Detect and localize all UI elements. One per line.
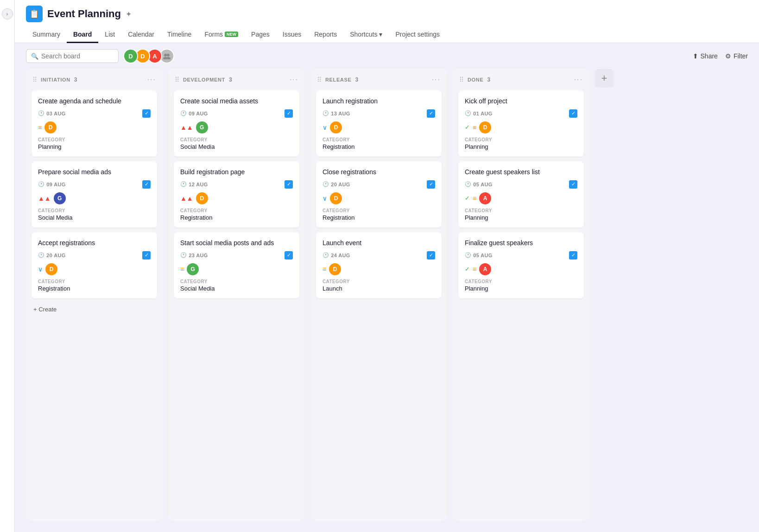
drag-handle-development[interactable]: ⠿ [175, 76, 179, 83]
clock-icon: 🕐 [38, 181, 44, 187]
card-meta: 🕐 20 AUG ✓ [38, 251, 151, 260]
card-done-1: Kick off project 🕐 01 AUG ✓ ✓ ≡ D [458, 90, 584, 157]
add-column-button[interactable]: + [595, 69, 614, 88]
create-button-initiation[interactable]: + Create [32, 303, 157, 316]
card-date: 🕐 09 AUG [180, 110, 208, 116]
checkbox-icon[interactable]: ✓ [285, 109, 293, 118]
search-input[interactable] [41, 52, 114, 60]
checkbox-icon[interactable]: ✓ [569, 109, 577, 118]
avatar-d-green[interactable]: D [123, 49, 138, 63]
cat-label: Category [38, 279, 151, 284]
card-meta: 🕐 09 AUG ✓ [38, 180, 151, 189]
card-category: Category Registration [38, 279, 151, 292]
tab-shortcuts[interactable]: Shortcuts ▾ [343, 27, 389, 43]
card-title: Start social media posts and ads [180, 239, 293, 247]
status-check-icon: ✓ [465, 195, 470, 202]
mini-avatar[interactable]: D [330, 121, 342, 133]
mini-avatar[interactable]: D [45, 263, 57, 275]
tab-project-settings[interactable]: Project settings [389, 27, 446, 43]
priority-medium-icon: ≡ [473, 266, 476, 273]
drag-handle-initiation[interactable]: ⠿ [32, 76, 37, 83]
priority-medium-icon: ≡ [38, 124, 42, 131]
shortcuts-chevron-icon: ▾ [379, 31, 382, 38]
checkbox-icon[interactable]: ✓ [427, 251, 435, 260]
column-header-done: ⠿ DONE 3 ··· [458, 76, 584, 86]
mini-avatar[interactable]: D [329, 263, 341, 275]
card-meta: 🕐 05 AUG ✓ [465, 251, 577, 260]
mini-avatar[interactable]: G [54, 192, 66, 204]
clock-icon: 🕐 [180, 110, 187, 116]
card-category: Category Planning [465, 208, 577, 221]
tab-reports[interactable]: Reports [308, 27, 343, 43]
mini-avatar[interactable]: D [44, 121, 57, 133]
tab-summary[interactable]: Summary [26, 27, 67, 43]
tab-calendar[interactable]: Calendar [121, 27, 161, 43]
card-category: Category Registration [323, 137, 435, 150]
col-name-initiation: INITIATION [41, 77, 70, 82]
search-box[interactable]: 🔍 [26, 49, 119, 63]
tab-issues[interactable]: Issues [276, 27, 308, 43]
tab-list[interactable]: List [98, 27, 121, 43]
checkbox-icon[interactable]: ✓ [569, 251, 577, 260]
card-category: Category Social Media [180, 279, 293, 292]
checkbox-icon[interactable]: ✓ [427, 180, 435, 189]
card-category: Category Planning [465, 137, 577, 150]
card-category: Category Planning [465, 279, 577, 292]
clock-icon: 🕐 [323, 181, 329, 187]
mini-avatar[interactable]: D [479, 121, 491, 133]
mini-avatar[interactable]: A [479, 192, 491, 204]
column-header-release: ⠿ RELEASE 3 ··· [316, 76, 442, 86]
svg-point-1 [167, 54, 170, 57]
col-menu-done[interactable]: ··· [574, 76, 583, 84]
tab-board[interactable]: Board [67, 27, 98, 43]
card-meta: 🕐 09 AUG ✓ [180, 109, 293, 118]
col-menu-release[interactable]: ··· [432, 76, 441, 84]
card-title: Create social media assets [180, 97, 293, 106]
tab-pages[interactable]: Pages [245, 27, 276, 43]
checkbox-icon[interactable]: ✓ [142, 251, 151, 260]
toolbar: 🔍 D D A [15, 43, 759, 69]
col-name-release: RELEASE [325, 77, 352, 82]
card-done-2: Create guest speakers list 🕐 05 AUG ✓ ✓ … [458, 161, 584, 228]
mini-avatar[interactable]: D [330, 192, 342, 204]
drag-handle-release[interactable]: ⠿ [317, 76, 322, 83]
mini-avatar[interactable]: D [196, 192, 208, 204]
card-assignee-row: ▲▲ G [180, 121, 293, 133]
mini-avatar[interactable]: G [196, 121, 208, 133]
checkbox-icon[interactable]: ✓ [285, 180, 293, 189]
share-button[interactable]: ⬆ Share [693, 52, 718, 60]
card-assignee-row: ✓ ≡ D [465, 121, 577, 133]
cat-value: Social Media [38, 214, 151, 221]
card-category: Category Planning [38, 137, 151, 150]
card-meta: 🕐 05 AUG ✓ [465, 180, 577, 189]
mini-avatar[interactable]: G [187, 263, 199, 275]
pin-icon[interactable]: ✦ [126, 10, 132, 19]
sidebar-toggle-button[interactable]: › [2, 8, 13, 19]
filter-button[interactable]: ⚙ Filter [725, 52, 748, 60]
cat-label: Category [180, 208, 293, 213]
avatars-group: D D A [123, 49, 174, 63]
checkbox-icon[interactable]: ✓ [285, 251, 293, 260]
cat-value: Registration [323, 143, 435, 150]
card-title: Kick off project [465, 97, 577, 106]
col-name-development: DEVELOPMENT [183, 77, 225, 82]
col-menu-initiation[interactable]: ··· [147, 76, 156, 84]
cat-label: Category [180, 279, 293, 284]
checkbox-icon[interactable]: ✓ [569, 180, 577, 189]
col-menu-development[interactable]: ··· [290, 76, 298, 84]
card-title: Prepare social media ads [38, 168, 151, 177]
tab-timeline[interactable]: Timeline [161, 27, 198, 43]
tab-forms[interactable]: Forms NEW [198, 27, 245, 43]
drag-handle-done[interactable]: ⠿ [459, 76, 464, 83]
card-date: 🕐 09 AUG [38, 181, 66, 187]
svg-point-0 [164, 54, 167, 57]
card-date: 🕐 03 AUG [38, 110, 66, 116]
cat-value: Planning [465, 285, 577, 292]
mini-avatar[interactable]: A [479, 263, 491, 275]
clock-icon: 🕐 [465, 252, 471, 258]
filter-icon: ⚙ [725, 52, 731, 60]
checkbox-icon[interactable]: ✓ [142, 180, 151, 189]
checkbox-icon[interactable]: ✓ [427, 109, 435, 118]
card-release-2: Close registrations 🕐 20 AUG ✓ ∨ D Categ… [316, 161, 442, 228]
checkbox-icon[interactable]: ✓ [142, 109, 151, 118]
